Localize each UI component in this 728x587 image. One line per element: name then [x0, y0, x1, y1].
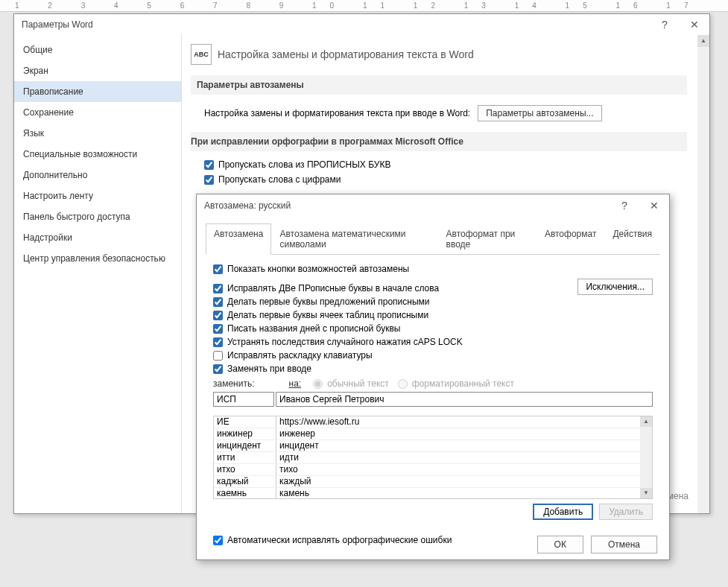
chk-days[interactable] — [213, 324, 223, 334]
radio-plain-text — [313, 379, 323, 389]
list-cell-to: инцидент — [276, 440, 652, 451]
close-icon[interactable]: ✕ — [639, 194, 669, 217]
list-cell-from: итхо — [214, 464, 276, 475]
list-cell-to: каждый — [276, 476, 652, 487]
autocorrect-dialog: Автозамена: русский ? ✕ АвтозаменаАвтоза… — [196, 194, 670, 560]
replace-input[interactable] — [213, 392, 274, 407]
chk-cells[interactable] — [213, 311, 223, 320]
chk-capslock[interactable] — [213, 337, 223, 347]
options-titlebar: Параметры Word ? ✕ — [14, 14, 709, 35]
sidebar-item[interactable]: Центр управления безопасностью — [14, 248, 181, 269]
section-spell-check: При исправлении орфографии в программах … — [191, 132, 687, 151]
chk-two-caps-label: Исправлять ДВе ПРописные буквы в начале … — [227, 283, 439, 294]
list-row[interactable]: иттиидти — [214, 452, 652, 464]
list-row[interactable]: итхотихо — [214, 464, 652, 476]
main-header-title: Настройка замены и форматирования текста… — [218, 48, 474, 60]
tab[interactable]: Автоформат — [536, 223, 605, 255]
help-icon[interactable]: ? — [610, 194, 639, 217]
chk-layout-label: Исправлять раскладку клавиатуры — [227, 350, 373, 361]
tab[interactable]: Автоформат при вводе — [438, 223, 536, 255]
list-row[interactable]: ИЕhttps://www.iesoft.ru — [214, 416, 652, 428]
list-cell-from: каджый — [214, 476, 276, 487]
chk-capslock-label: Устранять последствия случайного нажатия… — [227, 337, 463, 347]
sidebar-item[interactable]: Надстройки — [14, 227, 181, 248]
list-cell-to: идти — [276, 452, 652, 463]
autocorrect-tabs: АвтозаменаАвтозамена математическими сим… — [206, 223, 660, 255]
chk-two-caps[interactable] — [213, 284, 223, 294]
list-cell-from: инжинер — [214, 428, 276, 440]
options-title-text: Параметры Word — [22, 19, 93, 30]
sidebar-item[interactable]: Панель быстрого доступа — [14, 206, 181, 227]
chk-replace-on-type-label: Заменять при вводе — [227, 364, 311, 374]
chk-skip-uppercase-label: Пропускать слова из ПРОПИСНЫХ БУКВ — [218, 159, 390, 170]
ruler: 1 2 3 4 5 6 7 8 9 10 11 12 13 14 15 16 1… — [0, 0, 728, 12]
list-cell-to: https://www.iesoft.ru — [276, 416, 652, 428]
list-cell-from: итти — [214, 452, 276, 463]
list-cell-to: инженер — [276, 428, 652, 440]
close-icon[interactable]: ✕ — [680, 14, 709, 35]
scroll-up-icon[interactable]: ▲ — [697, 35, 709, 47]
hidden-cancel-hint: мена — [668, 491, 689, 501]
with-label: на: — [289, 378, 302, 389]
sidebar-item[interactable]: Специальные возможности — [14, 144, 181, 165]
replace-list[interactable]: ИЕhttps://www.iesoft.ruинжинеринженеринц… — [213, 416, 653, 499]
chk-layout[interactable] — [213, 351, 223, 361]
chk-sentence[interactable] — [213, 297, 223, 307]
list-row[interactable]: инциндентинцидент — [214, 440, 652, 452]
sidebar-item[interactable]: Общие — [14, 39, 181, 60]
autocorrect-params-label: Настройка замены и форматирования текста… — [204, 108, 470, 118]
exceptions-button[interactable]: Исключения... — [577, 279, 653, 295]
chk-auto-spell[interactable] — [213, 536, 223, 545]
chk-skip-uppercase[interactable] — [204, 160, 214, 170]
scrollbar[interactable]: ▲ — [697, 35, 709, 513]
list-cell-to: тихо — [276, 464, 652, 475]
chk-skip-numbers[interactable] — [204, 175, 214, 185]
list-cell-from: каемнь — [214, 488, 276, 499]
tab[interactable]: Действия — [604, 223, 660, 255]
scroll-down-icon[interactable]: ▼ — [640, 488, 652, 498]
autocorrect-params-button[interactable]: Параметры автозамены... — [478, 105, 601, 121]
replace-label: заменить: — [213, 378, 255, 389]
autocorrect-titlebar: Автозамена: русский ? ✕ — [197, 194, 669, 217]
ok-button[interactable]: ОК — [537, 536, 583, 553]
radio-plain-text-label: обычный текст — [327, 378, 389, 389]
scroll-up-icon[interactable]: ▲ — [640, 416, 652, 427]
add-button[interactable]: Добавить — [533, 504, 593, 520]
chk-show-buttons[interactable] — [213, 264, 223, 274]
sidebar-item[interactable]: Сохранение — [14, 102, 181, 123]
sidebar-item[interactable]: Язык — [14, 123, 181, 144]
chk-skip-numbers-label: Пропускать слова с цифрами — [218, 174, 341, 185]
list-row[interactable]: каемнькамень — [214, 488, 652, 499]
list-cell-from: инциндент — [214, 440, 276, 451]
with-input[interactable] — [276, 392, 653, 407]
section-autocorrect-params: Параметры автозамены — [191, 75, 687, 95]
help-icon[interactable]: ? — [650, 14, 680, 35]
tab[interactable]: Автозамена — [206, 223, 271, 255]
tab[interactable]: Автозамена математическими символами — [271, 223, 437, 255]
list-cell-to: камень — [276, 488, 652, 499]
sidebar-item[interactable]: Правописание — [14, 81, 181, 102]
list-row[interactable]: инжинеринженер — [214, 428, 652, 440]
list-row[interactable]: каджыйкаждый — [214, 476, 652, 488]
sidebar-item[interactable]: Экран — [14, 60, 181, 81]
chk-replace-on-type[interactable] — [213, 364, 223, 374]
sidebar-item[interactable]: Дополнительно — [14, 165, 181, 185]
radio-formatted-text — [398, 379, 408, 389]
chk-show-buttons-label: Показать кнопки возможностей автозамены — [227, 264, 409, 274]
abc-check-icon: ABC — [191, 44, 212, 65]
chk-auto-spell-label: Автоматически исправлять орфографические… — [227, 535, 452, 545]
list-cell-from: ИЕ — [214, 416, 276, 428]
autocorrect-title-text: Автозамена: русский — [204, 200, 291, 211]
chk-sentence-label: Делать первые буквы предложений прописны… — [227, 296, 430, 307]
chk-days-label: Писать названия дней с прописной буквы — [227, 323, 400, 334]
chk-cells-label: Делать первые буквы ячеек таблиц прописн… — [227, 310, 428, 320]
cancel-button[interactable]: Отмена — [591, 536, 657, 553]
sidebar-item[interactable]: Настроить ленту — [14, 185, 181, 206]
delete-button: Удалить — [599, 504, 653, 520]
options-sidebar: ОбщиеЭкранПравописаниеСохранениеЯзыкСпец… — [14, 35, 182, 513]
list-scrollbar[interactable]: ▲ ▼ — [640, 416, 652, 498]
radio-formatted-text-label: форматированный текст — [412, 378, 514, 389]
